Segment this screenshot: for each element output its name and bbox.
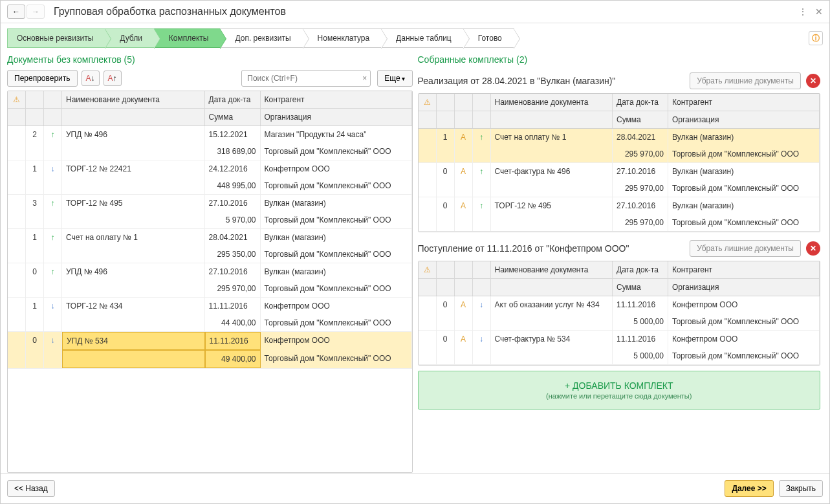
- col-org[interactable]: Организация: [668, 111, 820, 128]
- row-num: 0: [437, 331, 455, 347]
- row-num: 0: [437, 197, 455, 214]
- col-sum[interactable]: Сумма: [205, 109, 261, 126]
- sort-desc-button[interactable]: А↑: [104, 71, 122, 86]
- step-basic[interactable]: Основные реквизиты: [7, 28, 105, 48]
- col-name[interactable]: Наименование документа: [62, 91, 205, 108]
- row-party: Вулкан (магазин): [261, 195, 412, 212]
- row-num: 2: [26, 126, 44, 143]
- row-sum: 295 350,00: [205, 246, 261, 263]
- next-button[interactable]: Далее >>: [725, 480, 773, 497]
- row-org: Торговый дом "Комплексный" ООО: [261, 177, 412, 194]
- close-button[interactable]: Закрыть: [779, 480, 823, 497]
- row-org: Торговый дом "Комплексный" ООО: [261, 143, 412, 160]
- row-date: 11.11.2016: [613, 296, 668, 313]
- col-party[interactable]: Контрагент: [261, 91, 412, 108]
- row-party: Вулкан (магазин): [261, 263, 412, 280]
- col-org[interactable]: Организация: [261, 109, 412, 126]
- table-row[interactable]: 0А↓Акт об оказании услуг № 43411.11.2016…: [419, 296, 820, 331]
- arrow-up-icon: ↑: [479, 167, 483, 176]
- row-num: 3: [26, 195, 44, 212]
- table-row[interactable]: 0↑УПД № 49627.10.2016Вулкан (магазин)295…: [8, 263, 412, 298]
- row-party: Магазин "Продукты 24 часа": [261, 126, 412, 143]
- table-row[interactable]: 0А↑ТОРГ-12 № 49527.10.2016Вулкан (магази…: [419, 197, 820, 232]
- row-party: Вулкан (магазин): [261, 229, 412, 246]
- search-input[interactable]: [241, 70, 371, 87]
- step-extra[interactable]: Доп. реквизиты: [220, 28, 302, 48]
- table-row[interactable]: 1А↑Счет на оплату № 128.04.2021Вулкан (м…: [419, 129, 820, 163]
- row-party: Конфетпром ООО: [261, 332, 412, 350]
- step-sets[interactable]: Комплекты: [154, 28, 221, 48]
- row-party: Вулкан (магазин): [668, 197, 820, 214]
- col-sum[interactable]: Сумма: [613, 111, 668, 128]
- back-button[interactable]: << Назад: [7, 480, 55, 497]
- step-nomenclature[interactable]: Номенклатура: [303, 28, 382, 48]
- row-sum: 5 000,00: [613, 313, 668, 330]
- nav-forward-button[interactable]: →: [27, 5, 45, 19]
- row-date: 11.11.2016: [205, 332, 261, 350]
- arrow-down-icon: ↓: [51, 336, 55, 345]
- col-date[interactable]: Дата док-та: [205, 91, 261, 108]
- auto-icon: А: [455, 163, 473, 180]
- row-org: Торговый дом "Комплексный" ООО: [668, 214, 820, 231]
- row-sum: 49 400,00: [205, 350, 261, 368]
- row-party: Вулкан (магазин): [668, 129, 820, 146]
- auto-icon: А: [455, 129, 473, 146]
- table-row[interactable]: 0А↓Счет-фактура № 53411.11.2016Конфетпро…: [419, 331, 820, 365]
- table-row[interactable]: 0↓УПД № 53411.11.2016Конфетпром ООО49 40…: [8, 332, 412, 369]
- row-sum: 295 970,00: [613, 180, 668, 197]
- arrow-up-icon: ↑: [51, 267, 55, 276]
- col-party[interactable]: Контрагент: [668, 94, 820, 111]
- remove-extra-button[interactable]: Убрать лишние документы: [690, 72, 801, 89]
- row-org: Торговый дом "Комплексный" ООО: [668, 313, 820, 330]
- step-table-data[interactable]: Данные таблиц: [381, 28, 463, 48]
- auto-icon: А: [455, 197, 473, 214]
- row-date: 27.10.2016: [613, 163, 668, 180]
- row-sum: 295 970,00: [205, 280, 261, 297]
- warning-icon: ⚠: [8, 91, 26, 108]
- right-panel: Собранные комплекты (2) Реализация от 28…: [418, 50, 824, 473]
- titlebar: ← → Групповая обработка распознанных док…: [1, 1, 829, 23]
- row-sum: 318 689,00: [205, 143, 261, 160]
- left-panel: Документы без комплектов (5) Перепровери…: [7, 50, 413, 473]
- table-row[interactable]: 1↓ТОРГ-12 № 2242124.12.2016Конфетпром ОО…: [8, 160, 412, 195]
- table-row[interactable]: 1↑Счет на оплату № 128.04.2021Вулкан (ма…: [8, 229, 412, 263]
- search-clear-icon[interactable]: ×: [362, 74, 367, 83]
- arrow-down-icon: ↓: [51, 301, 55, 311]
- right-title: Собранные комплекты (2): [418, 50, 824, 70]
- nav-back-button[interactable]: ←: [7, 5, 25, 19]
- menu-icon[interactable]: ⋮: [798, 6, 807, 17]
- row-party: Вулкан (магазин): [668, 163, 820, 180]
- row-num: 0: [26, 332, 44, 350]
- row-org: Торговый дом "Комплексный" ООО: [261, 314, 412, 331]
- window-title: Групповая обработка распознанных докумен…: [54, 6, 798, 17]
- delete-set-button[interactable]: ✕: [806, 241, 820, 256]
- row-docname: ТОРГ-12 № 22421: [62, 160, 205, 177]
- table-row[interactable]: 1↓ТОРГ-12 № 43411.11.2016Конфетпром ООО4…: [8, 298, 412, 332]
- col-name[interactable]: Наименование документа: [491, 94, 613, 111]
- left-table: ⚠ Наименование документа Дата док-та Кон…: [7, 91, 413, 473]
- add-set-dropzone[interactable]: + ДОБАВИТЬ КОМПЛЕКТ(нажмите или перетащи…: [418, 371, 821, 410]
- close-icon[interactable]: ✕: [815, 6, 823, 17]
- row-num: 1: [437, 129, 455, 146]
- table-row[interactable]: 0А↑Счет-фактура № 49627.10.2016Вулкан (м…: [419, 163, 820, 197]
- table-row[interactable]: 3↑ТОРГ-12 № 49527.10.2016Вулкан (магазин…: [8, 195, 412, 229]
- row-org: Торговый дом "Комплексный" ООО: [668, 347, 820, 364]
- set-title: Поступление от 11.11.2016 от "Конфетпром…: [418, 243, 685, 254]
- row-docname: УПД № 496: [62, 263, 205, 280]
- row-docname: УПД № 496: [62, 126, 205, 143]
- delete-set-button[interactable]: ✕: [806, 74, 820, 88]
- sort-asc-button[interactable]: А↓: [82, 71, 100, 86]
- table-row[interactable]: 2↑УПД № 49615.12.2021Магазин "Продукты 2…: [8, 126, 412, 160]
- info-icon[interactable]: ⓘ: [809, 31, 823, 45]
- add-set-hint: (нажмите или перетащите сюда документы): [428, 392, 811, 400]
- row-num: 1: [26, 229, 44, 246]
- remove-extra-button[interactable]: Убрать лишние документы: [690, 240, 801, 257]
- warning-icon: ⚠: [419, 94, 437, 111]
- step-done[interactable]: Готово: [463, 28, 514, 48]
- row-num: 0: [437, 296, 455, 313]
- step-duplicates[interactable]: Дубли: [105, 28, 154, 48]
- recheck-button[interactable]: Перепроверить: [7, 70, 78, 87]
- row-date: 28.04.2021: [613, 129, 668, 146]
- more-button[interactable]: Еще: [377, 70, 412, 87]
- col-date[interactable]: Дата док-та: [613, 94, 668, 111]
